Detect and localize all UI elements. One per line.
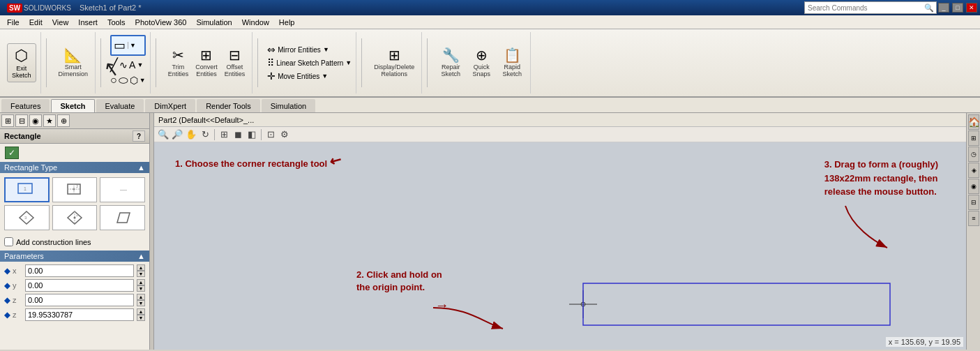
pan-button[interactable]: ✋ <box>185 128 197 141</box>
ellipse-icon[interactable]: ⬭ <box>119 74 128 87</box>
param-w-spin: ▲ ▼ <box>137 308 145 321</box>
exit-sketch-button[interactable]: ⬡ ExitSketch <box>7 43 36 82</box>
rectangle-tool-group[interactable]: ▭ ▼ <box>110 35 146 56</box>
move-entities-button[interactable]: Move Entities <box>278 73 319 80</box>
rp-btn-1[interactable]: 🏠 <box>968 114 979 130</box>
repair-sketch-button[interactable]: 🔧 RepairSketch <box>437 47 465 79</box>
param-x-down[interactable]: ▼ <box>137 271 145 277</box>
menu-tools[interactable]: Tools <box>103 17 130 28</box>
menu-window[interactable]: Window <box>238 17 273 28</box>
params-title: Parameters <box>4 252 44 260</box>
sidebar-icon-5[interactable]: ⊕ <box>57 114 70 127</box>
smart-dimension-button[interactable]: 📐 SmartDimension <box>56 47 91 79</box>
param-x-up[interactable]: ▲ <box>137 264 145 271</box>
smart-dim-icon: 📐 <box>64 48 82 62</box>
rp-btn-7[interactable]: ≡ <box>968 211 979 226</box>
search-icon: 🔍 <box>922 3 936 13</box>
minimize-button[interactable]: _ <box>938 3 949 13</box>
mirror-dropdown[interactable]: ▼ <box>323 46 329 53</box>
quick-snaps-icon: ⊕ <box>476 48 488 62</box>
zoom-in-button[interactable]: 🔍 <box>157 128 169 141</box>
rp-btn-6[interactable]: ⊟ <box>968 195 979 210</box>
menu-file[interactable]: File <box>3 17 24 28</box>
param-z-up[interactable]: ▲ <box>137 294 145 300</box>
mirror-entities-button[interactable]: Mirror Entities <box>278 46 321 54</box>
polygon-icon[interactable]: ⬡ <box>130 75 138 86</box>
sidebar-help-button[interactable]: ? <box>133 130 145 142</box>
diamond-rect-button[interactable]: 3 <box>4 205 50 230</box>
more-sketch-icon[interactable]: ▼ <box>137 61 143 68</box>
confirm-button[interactable]: ✓ <box>5 147 19 159</box>
rotate-button[interactable]: ↻ <box>199 128 211 141</box>
tab-simulation[interactable]: Simulation <box>262 99 315 112</box>
param-y-up[interactable]: ▲ <box>137 279 145 285</box>
rp-btn-4[interactable]: ◈ <box>968 163 979 178</box>
menu-edit[interactable]: Edit <box>25 17 47 28</box>
title-left: SW SOLIDWORKS Sketch1 of Part2 * <box>3 2 142 14</box>
tab-render[interactable]: Render Tools <box>197 99 260 112</box>
trim-label: TrimEntities <box>168 64 189 77</box>
curve-icon[interactable]: A <box>129 59 135 70</box>
rapid-sketch-button[interactable]: 📋 RapidSketch <box>498 47 526 79</box>
display-delete-button[interactable]: ⊞ Display/DeleteRelations <box>371 47 417 79</box>
3pt-center-button[interactable]: 2 <box>52 205 98 230</box>
param-z-input[interactable] <box>25 294 134 306</box>
menu-simulation[interactable]: Simulation <box>192 17 236 28</box>
view-orient-button[interactable]: ⊞ <box>218 128 230 141</box>
menu-insert[interactable]: Insert <box>74 17 102 28</box>
param-x-input[interactable] <box>25 264 134 277</box>
trim-entities-button[interactable]: ✂ TrimEntities <box>165 47 192 79</box>
param-z-down[interactable]: ▼ <box>137 300 145 306</box>
parallelogram-button[interactable] <box>100 205 145 230</box>
search-input[interactable] <box>805 4 922 12</box>
rp-btn-3[interactable]: ◷ <box>968 147 979 162</box>
offset-entities-button[interactable]: ⊟ OffsetEntities <box>222 47 248 79</box>
rect-type-collapse[interactable]: ▲ <box>137 163 145 172</box>
param-w-down[interactable]: ▼ <box>137 315 145 321</box>
move-dropdown[interactable]: ▼ <box>322 73 328 80</box>
sidebar-icon-4[interactable]: ★ <box>43 114 56 127</box>
param-y-down[interactable]: ▼ <box>137 285 145 292</box>
display-style-button[interactable]: ◼ <box>232 128 244 141</box>
section-view-button[interactable]: ◧ <box>246 128 258 141</box>
tab-sketch[interactable]: Sketch <box>51 99 94 112</box>
center-rect-button[interactable]: 2 <box>52 177 98 202</box>
tab-evaluate[interactable]: Evaluate <box>96 99 144 112</box>
params-collapse[interactable]: ▲ <box>137 252 145 260</box>
sidebar-icon-2[interactable]: ⊟ <box>15 114 28 127</box>
close-button[interactable]: ✕ <box>966 3 977 13</box>
construction-checkbox[interactable] <box>4 237 13 246</box>
sidebar-title-bar: Rectangle ? <box>0 129 149 144</box>
quick-snaps-button[interactable]: ⊕ QuickSnaps <box>467 47 495 79</box>
restore-button[interactable]: □ <box>952 3 963 13</box>
rp-btn-5[interactable]: ◉ <box>968 179 979 194</box>
view-settings-button[interactable]: ⚙ <box>278 128 291 141</box>
rectangle-dropdown-arrow[interactable]: ▼ <box>128 42 137 49</box>
tab-dimxpert[interactable]: DimXpert <box>145 99 195 112</box>
more-circle-icon[interactable]: ▼ <box>140 77 146 84</box>
linear-pattern-button[interactable]: Linear Sketch Pattern <box>276 59 343 67</box>
rp-btn-2[interactable]: ⊞ <box>968 130 979 146</box>
param-y-input[interactable] <box>25 279 134 292</box>
corner-rect-button[interactable]: 1 <box>4 177 50 202</box>
linear-dropdown[interactable]: ▼ <box>345 59 352 66</box>
blank-rect-button[interactable]: — <box>100 177 145 202</box>
sidebar-icon-1[interactable]: ⊞ <box>1 114 14 127</box>
display-delete-label: Display/DeleteRelations <box>374 64 414 77</box>
rect-type-title: Rectangle Type <box>4 163 57 172</box>
search-bar[interactable]: 🔍 <box>804 1 937 14</box>
smart-dim-section: 📐 SmartDimension <box>52 32 96 94</box>
param-w-up[interactable]: ▲ <box>137 308 145 315</box>
view-palette-button[interactable]: ⊡ <box>264 128 277 141</box>
sidebar-icon-3[interactable]: ◉ <box>29 114 42 127</box>
exit-sketch-label: ExitSketch <box>12 65 31 79</box>
menu-help[interactable]: Help <box>275 17 299 28</box>
exit-sketch-icon: ⬡ <box>15 47 28 65</box>
menu-view[interactable]: View <box>48 17 73 28</box>
tab-features[interactable]: Features <box>1 99 50 112</box>
smart-dim-label: SmartDimension <box>59 64 89 77</box>
param-w-input[interactable] <box>25 308 134 321</box>
menu-photoview[interactable]: PhotoView 360 <box>131 17 191 28</box>
convert-entities-button[interactable]: ⊞ ConvertEntities <box>193 47 220 79</box>
zoom-out-button[interactable]: 🔎 <box>171 128 183 141</box>
